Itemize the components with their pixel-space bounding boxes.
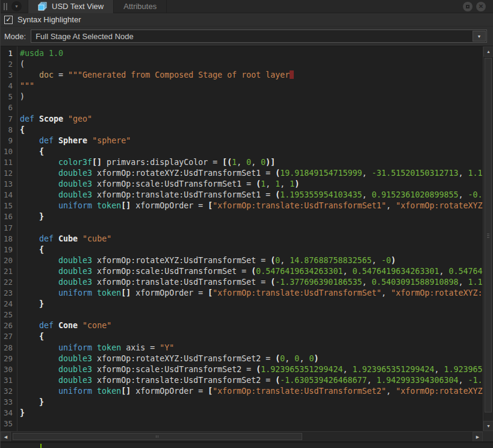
code-token: { xyxy=(39,147,44,156)
horizontal-scrollbar[interactable]: ◀ ▶ xyxy=(1,431,483,441)
code-token xyxy=(92,201,97,210)
code-line[interactable]: double3 xformOp:translate:UsdTransformSe… xyxy=(20,190,483,201)
code-line[interactable] xyxy=(20,419,483,430)
code-line[interactable] xyxy=(20,310,483,321)
code-token xyxy=(20,147,39,156)
tab-attributes[interactable]: Attributes xyxy=(114,0,167,13)
code-line[interactable]: def Sphere "sphere" xyxy=(20,136,483,147)
code-token: [] xyxy=(92,158,102,167)
line-number: 15 xyxy=(1,201,13,212)
code-line[interactable]: double3 xformOp:translate:UsdTransformSe… xyxy=(20,376,483,387)
code-line[interactable]: doc = """Generated from Composed Stage o… xyxy=(20,70,483,81)
code-token: xformOpOrder = xyxy=(131,387,208,396)
scroll-down-button[interactable]: ▼ xyxy=(483,421,493,431)
code-token: Cone xyxy=(58,321,78,330)
code-line[interactable]: uniform token[] xformOpOrder = ["xformOp… xyxy=(20,201,483,212)
code-token: "xformOp:translate:UsdTransformSet1" xyxy=(212,201,386,210)
thumb-grip-icon xyxy=(487,234,489,239)
panel-menu-button[interactable]: ▼ xyxy=(11,1,22,11)
code-line[interactable]: } xyxy=(20,212,483,223)
code-line[interactable]: { xyxy=(20,125,483,136)
horizontal-scrollbar-thumb[interactable] xyxy=(13,433,302,440)
code-line[interactable]: double3 xformOp:rotateXYZ:UsdTransformSe… xyxy=(20,169,483,179)
code-token xyxy=(20,169,58,178)
code-line[interactable]: } xyxy=(20,397,483,408)
code-token: , xyxy=(459,278,468,287)
code-line[interactable]: #usda 1.0 xyxy=(20,49,483,60)
mode-dropdown[interactable]: Full Stage At Selected Node ▼ xyxy=(31,30,487,43)
tab-usd-text-view[interactable]: USD Text View xyxy=(28,0,114,13)
code-line[interactable] xyxy=(20,103,483,114)
vertical-scrollbar[interactable]: ▲ ▼ xyxy=(483,46,493,431)
code-line[interactable]: double3 xformOp:scale:UsdTransformSet = … xyxy=(20,267,483,278)
code-line[interactable] xyxy=(20,223,483,234)
code-token: )] xyxy=(265,158,275,167)
maximize-button[interactable] xyxy=(463,2,473,11)
code-token: , xyxy=(285,354,294,363)
code-token: 0.5476419634263301 xyxy=(256,267,343,276)
code-line[interactable]: { xyxy=(20,332,483,343)
code-lines[interactable]: #usda 1.0( doc = """Generated from Compo… xyxy=(17,46,483,431)
code-token: "cone" xyxy=(82,321,111,330)
line-number: 20 xyxy=(1,256,13,267)
code-token: , xyxy=(371,256,381,265)
code-line[interactable]: uniform token[] xformOpOrder = ["xformOp… xyxy=(20,288,483,299)
code-line[interactable]: color3f[] primvars:displayColor = [(1, 0… xyxy=(20,158,483,169)
code-token: , xyxy=(280,179,290,188)
code-token: double3 xyxy=(58,267,92,276)
code-token xyxy=(20,332,39,341)
code-token: token xyxy=(97,201,121,210)
code-line[interactable]: double3 xformOp:scale:UsdTransformSet1 =… xyxy=(20,179,483,190)
code-line[interactable]: { xyxy=(20,147,483,158)
code-token: , xyxy=(439,267,449,276)
close-button[interactable]: ✕ xyxy=(476,2,486,11)
code-token: uniform xyxy=(58,343,92,352)
line-number: 31 xyxy=(1,376,13,387)
code-token xyxy=(20,234,39,243)
code-token: primvars:displayColor = xyxy=(102,158,222,167)
tab-label: USD Text View xyxy=(52,2,104,11)
code-token: uniform xyxy=(58,288,92,297)
syntax-highlighter-checkbox[interactable]: ✓ xyxy=(4,16,13,24)
dropdown-arrow-button[interactable]: ▼ xyxy=(473,31,486,42)
code-line[interactable]: double3 xformOp:scale:UsdTransformSet2 =… xyxy=(20,365,483,376)
code-token: xformOp:scale:UsdTransformSet = xyxy=(92,267,251,276)
code-line[interactable]: ( xyxy=(20,60,483,70)
code-line[interactable]: double3 xformOp:rotateXYZ:UsdTransformSe… xyxy=(20,256,483,267)
line-number: 14 xyxy=(1,190,13,201)
code-line[interactable]: """ xyxy=(20,81,483,92)
code-line[interactable]: def Scope "geo" xyxy=(20,114,483,125)
mode-label: Mode: xyxy=(4,32,26,41)
code-line[interactable]: def Cone "cone" xyxy=(20,321,483,332)
code-viewport[interactable]: 1234567891011121314151617181920212223242… xyxy=(1,46,483,431)
code-line[interactable]: ) xyxy=(20,92,483,103)
tab-bar: ▼ USD Text View Attributes ✕ xyxy=(1,0,493,13)
code-line[interactable]: { xyxy=(20,245,483,256)
drag-grip-icon[interactable] xyxy=(4,3,7,10)
code-token: Cube xyxy=(58,234,78,243)
scroll-right-button[interactable]: ▶ xyxy=(473,432,483,442)
code-token xyxy=(20,212,39,221)
code-token: 0.5476419634263301 xyxy=(352,267,439,276)
code-line[interactable]: uniform token[] xformOpOrder = ["xformOp… xyxy=(20,387,483,397)
code-line[interactable]: double3 xformOp:rotateXYZ:UsdTransformSe… xyxy=(20,354,483,365)
code-token: -1.377696390186535 xyxy=(275,278,362,287)
vertical-scrollbar-thumb[interactable] xyxy=(485,58,492,412)
code-token xyxy=(20,267,58,276)
scroll-left-button[interactable]: ◀ xyxy=(1,432,11,442)
code-token: double3 xyxy=(58,278,92,287)
code-token xyxy=(20,288,58,297)
code-line[interactable]: def Cube "cube" xyxy=(20,234,483,245)
code-token: -1. xyxy=(468,376,483,385)
code-line[interactable]: double3 xformOp:translate:UsdTransformSe… xyxy=(20,278,483,288)
line-number: 2 xyxy=(1,60,13,70)
code-line[interactable]: uniform token axis = "Y" xyxy=(20,343,483,354)
code-token: [] xyxy=(121,201,131,210)
mode-row: Mode: Full Stage At Selected Node ▼ xyxy=(1,26,493,46)
scroll-up-button[interactable]: ▲ xyxy=(483,46,493,57)
code-line[interactable]: } xyxy=(20,299,483,310)
line-number: 9 xyxy=(1,136,13,147)
code-token: axis = xyxy=(121,343,160,352)
code-line[interactable]: } xyxy=(20,408,483,419)
code-token: 0.5403091588910898 xyxy=(371,278,458,287)
